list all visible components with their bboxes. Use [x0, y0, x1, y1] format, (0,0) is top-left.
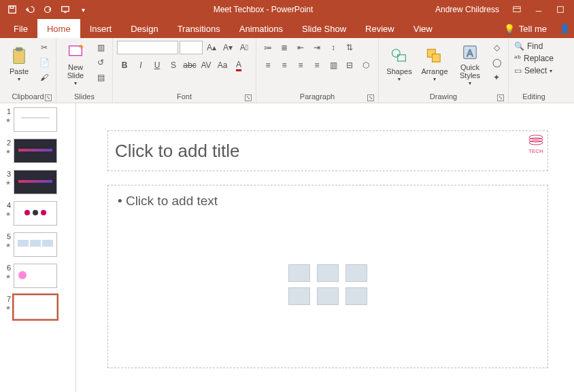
thumbnail-row[interactable]: 3★ — [3, 170, 73, 194]
svg-rect-0 — [9, 6, 16, 14]
smartart-icon[interactable]: ⬡ — [358, 58, 373, 72]
body-placeholder[interactable]: • Click to add text — [107, 185, 548, 368]
thumbnail-row[interactable]: 1★ — [3, 107, 73, 132]
new-slide-button[interactable]: New Slide ▾ — [61, 41, 90, 88]
ribbon-display-icon[interactable] — [507, 1, 526, 18]
align-left-icon[interactable]: ≡ — [260, 58, 275, 72]
cut-icon[interactable]: ✂ — [37, 41, 52, 54]
new-slide-label: New Slide — [67, 63, 84, 79]
clear-formatting-icon[interactable]: A⃠ — [237, 41, 252, 54]
drawing-launcher-icon[interactable]: ⤡ — [497, 94, 504, 101]
italic-icon[interactable]: I — [133, 58, 148, 72]
tab-insert[interactable]: Insert — [80, 19, 122, 38]
text-direction-icon[interactable]: ⇅ — [342, 41, 357, 54]
insert-pictures-icon[interactable] — [288, 287, 310, 305]
title-placeholder[interactable]: Click to add title — [107, 130, 548, 171]
font-launcher-icon[interactable]: ⤡ — [245, 94, 252, 101]
align-text-icon[interactable]: ⊟ — [342, 58, 357, 72]
align-right-icon[interactable]: ≡ — [293, 58, 308, 72]
change-case-icon[interactable]: Aa — [215, 58, 230, 72]
tab-review[interactable]: Review — [356, 19, 404, 38]
layout-icon[interactable]: ▥ — [93, 41, 108, 54]
insert-online-pictures-icon[interactable] — [317, 287, 339, 305]
qat-customize-icon[interactable]: ▾ — [75, 1, 91, 18]
user-name[interactable]: Andrew Childress — [435, 5, 499, 14]
align-center-icon[interactable]: ≡ — [277, 58, 292, 72]
paste-button[interactable]: Paste ▾ — [4, 41, 34, 88]
slide-thumbnail[interactable] — [14, 170, 57, 194]
find-button[interactable]: 🔍Find — [513, 41, 544, 52]
tab-animations[interactable]: Animations — [230, 19, 292, 38]
redo-icon[interactable] — [39, 1, 56, 18]
slide-thumbnail[interactable] — [14, 232, 57, 257]
svg-rect-8 — [69, 46, 82, 55]
bold-icon[interactable]: B — [117, 58, 132, 72]
justify-icon[interactable]: ≡ — [309, 58, 324, 72]
chevron-down-icon: ▾ — [74, 81, 77, 87]
select-button[interactable]: ▭Select▾ — [513, 65, 554, 76]
line-spacing-icon[interactable]: ↕ — [326, 41, 341, 54]
undo-icon[interactable] — [22, 1, 38, 18]
arrange-button[interactable]: Arrange▾ — [418, 41, 451, 88]
numbering-icon[interactable]: ≣ — [277, 41, 292, 54]
tab-file[interactable]: File — [4, 19, 37, 38]
maximize-icon[interactable] — [551, 1, 570, 18]
slide-thumbnail[interactable] — [14, 201, 57, 226]
insert-video-icon[interactable] — [345, 287, 367, 305]
shape-fill-icon[interactable]: ◇ — [489, 41, 504, 54]
bullets-icon[interactable]: ≔ — [260, 41, 275, 54]
slide-canvas[interactable]: Click to add title TECH • Click to add t… — [76, 103, 574, 392]
tab-design[interactable]: Design — [121, 19, 167, 38]
thumbnail-row[interactable]: 2★ — [3, 139, 73, 163]
start-from-beginning-icon[interactable] — [57, 1, 73, 18]
decrease-font-icon[interactable]: A▾ — [220, 41, 235, 54]
slide-thumbnail[interactable] — [14, 139, 57, 163]
tab-view[interactable]: View — [404, 19, 442, 38]
copy-icon[interactable]: 📄 — [37, 56, 52, 69]
minimize-icon[interactable] — [529, 1, 548, 18]
font-size-input[interactable] — [180, 41, 203, 54]
ribbon: Paste ▾ ✂ 📄 🖌 Clipboard⤡ New Slide ▾ ▥ ↺… — [0, 38, 574, 103]
animation-star-icon: ★ — [5, 148, 11, 155]
group-drawing-label: Drawing — [430, 92, 457, 101]
slide-thumbnail[interactable] — [14, 295, 57, 319]
shape-effects-icon[interactable]: ✦ — [489, 71, 504, 84]
insert-table-icon[interactable] — [288, 264, 310, 282]
tell-me[interactable]: 💡 Tell me — [496, 19, 555, 38]
section-icon[interactable]: ▤ — [93, 71, 108, 84]
quick-styles-button[interactable]: A Quick Styles▾ — [454, 41, 486, 88]
underline-icon[interactable]: U — [150, 58, 165, 72]
thumbnail-row[interactable]: 5★ — [3, 232, 73, 257]
shapes-button[interactable]: Shapes▾ — [383, 41, 416, 88]
tab-slideshow[interactable]: Slide Show — [292, 19, 356, 38]
shadow-icon[interactable]: S — [166, 58, 181, 72]
replace-button[interactable]: ᵃᵇReplace — [513, 53, 555, 64]
increase-indent-icon[interactable]: ⇥ — [309, 41, 324, 54]
tab-transitions[interactable]: Transitions — [168, 19, 230, 38]
thumbnail-row[interactable]: 7★ — [3, 295, 73, 319]
increase-font-icon[interactable]: A▴ — [204, 41, 219, 54]
clipboard-launcher-icon[interactable]: ⤡ — [45, 94, 52, 101]
title-bar: ▾ Meet Techbox - PowerPoint Andrew Child… — [0, 0, 574, 19]
font-name-input[interactable] — [117, 41, 178, 54]
shape-outline-icon[interactable]: ◯ — [489, 56, 504, 69]
slide-thumbnail[interactable] — [14, 107, 57, 132]
spacing-icon[interactable]: AV — [199, 58, 214, 72]
format-painter-icon[interactable]: 🖌 — [37, 71, 52, 84]
insert-smartart-icon[interactable] — [345, 264, 367, 282]
decrease-indent-icon[interactable]: ⇤ — [293, 41, 308, 54]
paragraph-launcher-icon[interactable]: ⤡ — [367, 94, 374, 101]
group-slides-label: Slides — [74, 92, 95, 101]
thumbnail-row[interactable]: 6★ — [3, 264, 73, 288]
thumbnail-row[interactable]: 4★ — [3, 201, 73, 226]
insert-chart-icon[interactable] — [317, 264, 339, 282]
font-color-icon[interactable]: A — [231, 58, 246, 72]
columns-icon[interactable]: ▥ — [326, 58, 341, 72]
slide-thumbnails[interactable]: 1★2★3★4★5★6★7★ — [0, 103, 76, 392]
share-icon[interactable]: 👤 — [555, 19, 574, 38]
reset-icon[interactable]: ↺ — [93, 56, 108, 69]
strikethrough-icon[interactable]: abc — [182, 58, 197, 72]
slide-thumbnail[interactable] — [14, 264, 57, 288]
save-icon[interactable] — [4, 1, 20, 18]
tab-home[interactable]: Home — [37, 19, 80, 38]
